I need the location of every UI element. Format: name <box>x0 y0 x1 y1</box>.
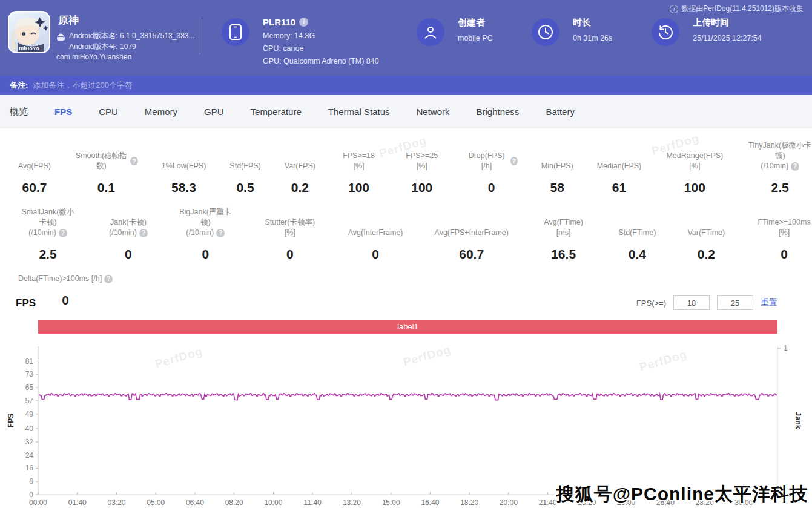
y-axis-tick-label: 49 <box>25 410 34 418</box>
tab-memory[interactable]: Memory <box>145 107 177 117</box>
duration-label: 时长 <box>573 17 612 28</box>
stat-label: Avg(FPS+InterFrame) <box>435 228 509 238</box>
android-version-block: Android版本名: 6.1.0_38157513_383... Androi… <box>57 30 194 52</box>
tab-fps[interactable]: FPS <box>54 107 72 117</box>
stat-value: 58.3 <box>171 180 196 195</box>
help-icon[interactable]: ? <box>139 229 148 237</box>
creator-value: mobile PC <box>458 34 493 42</box>
stat-label: Median(FPS) <box>597 161 642 171</box>
help-icon[interactable]: ? <box>104 275 113 283</box>
stat-value: 0 <box>488 180 495 195</box>
y-axis-tick-label: 57 <box>25 397 34 405</box>
android-version-code: Android版本号: 1079 <box>69 41 194 52</box>
help-icon[interactable]: ? <box>59 229 67 237</box>
stat-value: 100 <box>411 180 432 195</box>
fps-filter: FPS(>=) 重置 <box>636 295 777 310</box>
stat-item: Var(FPS)0.2 <box>285 161 315 195</box>
x-axis-tick-label: 13:20 <box>343 498 361 507</box>
stat-row: Avg(FPS)60.7Smooth(稳帧指数)?0.11%Low(FPS)58… <box>0 140 812 195</box>
y-axis-tick-label: 40 <box>25 424 34 433</box>
x-axis-tick-label: 05:00 <box>147 498 165 507</box>
app-icon-brand: miHoYo <box>9 45 49 51</box>
tab-thermal-status[interactable]: Thermal Status <box>328 107 390 117</box>
stat-label: BigJank(严重卡顿)(/10min)? <box>179 207 232 238</box>
note-input-placeholder[interactable]: 添加备注，不超过200个字符 <box>33 80 133 91</box>
series-label: label1 <box>397 322 418 331</box>
stat-label: Smooth(稳帧指数)? <box>74 151 138 171</box>
stat-item: MedRange(FPS)[%]100 <box>665 151 724 195</box>
y-axis-title: FPS <box>7 413 15 427</box>
x-axis-tick-label: 21:40 <box>539 498 557 507</box>
y-axis-tick-label: 81 <box>25 357 34 366</box>
tab-cpu[interactable]: CPU <box>99 107 118 117</box>
tab-brightness[interactable]: Brightness <box>477 107 520 117</box>
device-info-icon[interactable]: i <box>299 18 308 27</box>
stat-item: Var(FTime)0.2 <box>687 228 725 262</box>
x-axis-tick-label: 11:40 <box>304 498 322 507</box>
stat-value: 0 <box>125 247 132 262</box>
help-icon[interactable]: ? <box>130 157 137 165</box>
info-icon: i <box>670 5 678 13</box>
device-cpu: CPU: canoe <box>263 44 379 53</box>
y-axis-tick-label: 8 <box>29 477 33 486</box>
y-axis-tick-label: 0 <box>29 490 33 499</box>
perfdog-report-page: i 数据由PerfDog(11.4.251012)版本收集 miHoYo 原神 <box>0 0 812 508</box>
stat-label: FPS>=18 [%] <box>339 151 378 171</box>
collect-info: i 数据由PerfDog(11.4.251012)版本收集 <box>670 4 804 14</box>
stat-value: 0 <box>202 247 209 262</box>
stat-value: 2.5 <box>771 180 789 195</box>
stat-item: FPS>=25 [%]100 <box>402 151 441 195</box>
history-icon <box>652 18 679 46</box>
y2-axis-tick-label: 1 <box>784 344 788 352</box>
android-icon <box>57 33 65 42</box>
reset-button[interactable]: 重置 <box>761 297 777 308</box>
stat-value: 0 <box>62 293 69 308</box>
help-icon[interactable]: ? <box>791 162 799 171</box>
header-divider <box>200 17 200 54</box>
tab-bar: 概览FPSCPUMemoryGPUTemperatureThermal Stat… <box>0 95 812 128</box>
tab-network[interactable]: Network <box>416 107 449 117</box>
fps-series-line <box>39 394 777 400</box>
device-memory: Memory: 14.8G <box>263 31 379 40</box>
x-axis-tick-label: 10:00 <box>264 498 282 507</box>
person-icon <box>417 18 444 46</box>
series-label-banner[interactable]: label1 <box>38 320 777 334</box>
fps-threshold-input-1[interactable] <box>673 295 710 310</box>
header: i 数据由PerfDog(11.4.251012)版本收集 miHoYo 原神 <box>0 0 812 76</box>
note-bar[interactable]: 备注: 添加备注，不超过200个字符 <box>0 76 812 95</box>
tab-battery[interactable]: Battery <box>546 107 575 117</box>
stat-item: FTime>=100ms [%]0 <box>756 217 812 262</box>
stat-item: Avg(FTime) [ms]16.5 <box>540 217 587 262</box>
stat-label: Avg(FTime) [ms] <box>540 217 587 238</box>
y-axis-tick-label: 24 <box>25 451 34 460</box>
app-icon: miHoYo <box>8 11 50 53</box>
stat-label: Var(FTime) <box>687 228 725 238</box>
stat-value: 0.4 <box>629 247 646 262</box>
stat-value: 2.5 <box>39 247 56 262</box>
stat-value: 0 <box>286 247 294 262</box>
tab-gpu[interactable]: GPU <box>204 107 224 117</box>
x-axis-tick-label: 03:20 <box>107 498 125 507</box>
stat-item: Avg(InterFrame)0 <box>348 228 403 262</box>
stat-item: Std(FPS)0.5 <box>229 161 260 195</box>
stat-label: TinyJank(极微小卡顿)(/10min)? <box>748 140 812 171</box>
stat-value: 60.7 <box>459 247 484 262</box>
tab-temperature[interactable]: Temperature <box>251 107 302 117</box>
stat-item: Avg(FPS+InterFrame)60.7 <box>435 228 509 262</box>
tab-overview[interactable]: 概览 <box>10 106 28 117</box>
stat-label: FPS>=25 [%] <box>402 151 441 171</box>
help-icon[interactable]: ? <box>216 229 225 237</box>
fps-section-title: FPS <box>16 297 36 309</box>
stat-item: Median(FPS)61 <box>597 161 642 195</box>
stat-label: 1%Low(FPS) <box>162 161 206 171</box>
upload-value: 25/11/2025 12:27:54 <box>693 34 762 42</box>
stat-row: SmallJank(微小卡顿)(/10min)?2.5Jank(卡顿)(/10m… <box>0 207 812 262</box>
stat-value: 100 <box>684 180 705 195</box>
help-icon[interactable]: ? <box>510 157 518 165</box>
stat-item: Min(FPS)58 <box>541 161 573 195</box>
stat-value: 0 <box>781 247 788 262</box>
fps-threshold-input-2[interactable] <box>717 295 753 310</box>
stat-label: Min(FPS) <box>541 161 573 171</box>
stat-value: 0.2 <box>698 247 715 262</box>
stat-item: FPS>=18 [%]100 <box>339 151 378 195</box>
